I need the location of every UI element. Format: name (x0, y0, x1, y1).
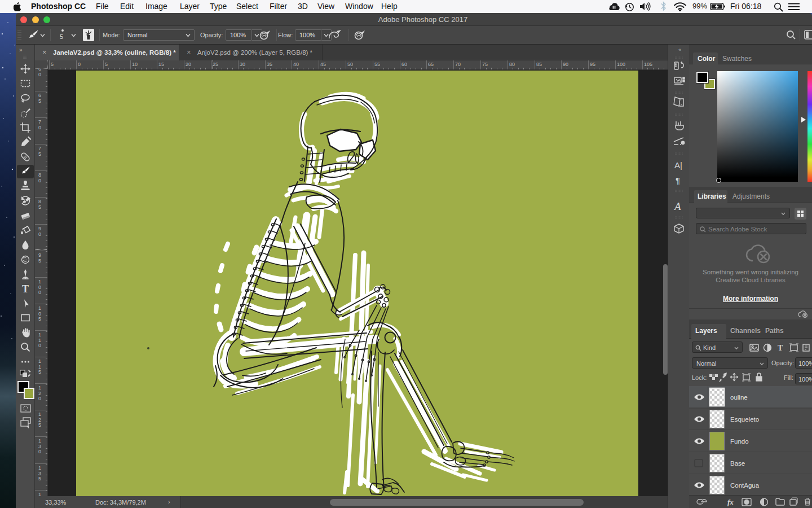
svg-text:Fundo: Fundo (730, 438, 749, 445)
svg-text:»: » (19, 47, 23, 53)
svg-text:A|: A| (674, 160, 682, 170)
svg-text:ContAgua: ContAgua (730, 482, 760, 489)
svg-text:«: « (678, 47, 681, 52)
svg-text:¶: ¶ (676, 176, 680, 185)
svg-text:fx: fx (727, 498, 734, 506)
svg-text:ouline: ouline (730, 394, 748, 401)
svg-text:A: A (673, 200, 681, 212)
svg-text:Base: Base (730, 460, 745, 467)
svg-text:T: T (22, 283, 29, 295)
svg-text:T: T (778, 344, 783, 352)
svg-text:Esqueleto: Esqueleto (730, 416, 759, 423)
